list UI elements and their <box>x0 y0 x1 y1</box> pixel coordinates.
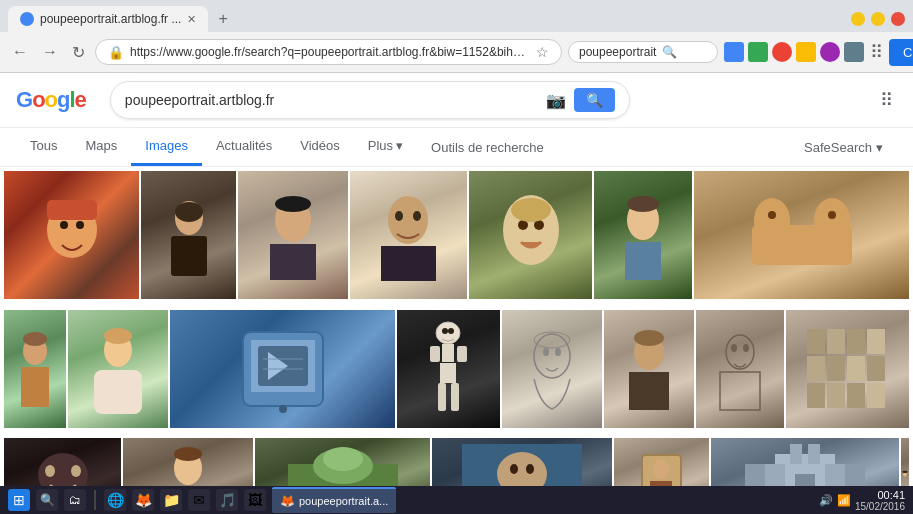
new-tab-button[interactable]: + <box>212 8 233 30</box>
portrait-1-svg <box>32 195 112 275</box>
tab-tous[interactable]: Tous <box>16 128 71 166</box>
active-app-indicator[interactable]: 🦊 poupeeportrait.a... <box>272 487 396 513</box>
tab-actualites[interactable]: Actualités <box>202 128 286 166</box>
start-button[interactable]: ⊞ <box>8 489 30 511</box>
image-cell[interactable] <box>594 171 692 299</box>
search-taskbar-button[interactable]: 🔍 <box>36 489 58 511</box>
back-button[interactable]: ← <box>8 39 32 65</box>
taskbar-sys-tray: 🔊 📶 00:41 15/02/2016 <box>819 489 905 512</box>
firefox-button[interactable]: 🦊 <box>132 489 154 511</box>
image-cell[interactable] <box>4 171 139 299</box>
maximize-button[interactable] <box>871 12 885 26</box>
image-cell[interactable] <box>397 310 500 428</box>
image-cell[interactable] <box>141 171 236 299</box>
bookmark-icon[interactable]: ☆ <box>536 44 549 60</box>
media-button[interactable]: 🎵 <box>216 489 238 511</box>
svg-point-52 <box>634 330 664 346</box>
photo-icon: 🖼 <box>248 492 262 508</box>
mail-icon: ✉ <box>193 492 205 508</box>
task-view-icon: 🗂 <box>69 493 81 507</box>
nav-tabs: Tous Maps Images Actualités Vidéos Plus … <box>0 128 913 167</box>
image-cell[interactable] <box>786 310 909 428</box>
omni-search[interactable]: poupeeportrait 🔍 <box>568 41 718 63</box>
speaker-icon[interactable]: 🔊 <box>819 494 833 507</box>
svg-point-77 <box>323 447 363 471</box>
taskbar-divider <box>94 490 96 510</box>
logo-o2: o <box>45 87 57 112</box>
image-cell[interactable] <box>694 171 909 299</box>
image-cell[interactable] <box>350 171 467 299</box>
search-box[interactable]: 📷 🔍 <box>110 81 630 119</box>
svg-rect-60 <box>867 329 885 354</box>
taskbar-start: ⊞ 🔍 🗂 🌐 🦊 📁 ✉ 🎵 🖼 🦊 poupeeportra <box>8 487 396 513</box>
close-button[interactable] <box>891 12 905 26</box>
svg-rect-57 <box>807 329 825 354</box>
image-cell[interactable] <box>238 171 348 299</box>
taskbar: ⊞ 🔍 🗂 🌐 🦊 📁 ✉ 🎵 🖼 🦊 poupeeportra <box>0 486 913 514</box>
svg-point-23 <box>814 198 850 242</box>
safe-search[interactable]: SafeSearch ▾ <box>790 130 897 165</box>
svg-point-25 <box>828 211 836 219</box>
windows-icon: ⊞ <box>13 492 25 508</box>
tab-images[interactable]: Images <box>131 128 202 166</box>
image-cell[interactable] <box>469 171 592 299</box>
mail-button[interactable]: ✉ <box>188 489 210 511</box>
apps-grid-button[interactable]: ⠿ <box>876 85 897 115</box>
tab-videos[interactable]: Vidéos <box>286 128 354 166</box>
ext-icon-2[interactable] <box>748 42 768 62</box>
tab-plus[interactable]: Plus ▾ <box>354 128 417 166</box>
tab-favicon <box>20 12 34 26</box>
svg-point-47 <box>543 348 549 356</box>
tab-title: poupeeportrait.artblog.fr ... <box>40 12 181 26</box>
apps-button[interactable]: ⠿ <box>870 41 883 63</box>
folder-button[interactable]: 📁 <box>160 489 182 511</box>
tab-maps[interactable]: Maps <box>71 128 131 166</box>
camera-search-button[interactable]: 📷 <box>546 91 566 110</box>
ext-icon-6[interactable] <box>844 42 864 62</box>
search-submit-button[interactable]: 🔍 <box>574 88 615 112</box>
active-app-icon: 🦊 <box>280 494 295 508</box>
search-input[interactable] <box>125 92 538 108</box>
svg-point-6 <box>175 202 203 222</box>
svg-rect-64 <box>867 356 885 381</box>
image-cell[interactable] <box>696 310 784 428</box>
folder-icon: 📁 <box>163 492 180 508</box>
svg-rect-38 <box>442 344 454 362</box>
svg-rect-58 <box>827 329 845 354</box>
ext-icon-1[interactable] <box>724 42 744 62</box>
image-cell[interactable] <box>604 310 694 428</box>
tab-close-btn[interactable]: ✕ <box>187 13 196 26</box>
image-cell[interactable] <box>170 310 395 428</box>
ext-icon-3[interactable] <box>772 42 792 62</box>
active-tab[interactable]: poupeeportrait.artblog.fr ... ✕ <box>8 6 208 32</box>
url-text: https://www.google.fr/search?q=poupeepor… <box>130 45 530 59</box>
portrait-10-svg <box>619 324 679 414</box>
portrait-8-svg <box>15 329 55 409</box>
clock: 00:41 15/02/2016 <box>855 489 905 512</box>
svg-point-24 <box>768 211 776 219</box>
image-cell[interactable] <box>502 310 602 428</box>
ext-icon-5[interactable] <box>820 42 840 62</box>
tab-outils[interactable]: Outils de recherche <box>417 130 558 165</box>
portrait-3-svg <box>258 190 328 280</box>
task-view-button[interactable]: 🗂 <box>64 489 86 511</box>
image-grid <box>0 167 913 514</box>
network-icon[interactable]: 📶 <box>837 494 851 507</box>
svg-rect-39 <box>430 346 440 362</box>
svg-rect-51 <box>629 372 669 410</box>
svg-point-36 <box>279 405 287 413</box>
ie-icon: 🌐 <box>107 492 124 508</box>
image-cell[interactable] <box>68 310 168 428</box>
refresh-button[interactable]: ↻ <box>68 39 89 66</box>
ie-button[interactable]: 🌐 <box>104 489 126 511</box>
connexion-button[interactable]: Connexion <box>889 39 913 66</box>
photo-button[interactable]: 🖼 <box>244 489 266 511</box>
forward-button[interactable]: → <box>38 39 62 65</box>
svg-point-1 <box>60 221 68 229</box>
minimize-button[interactable] <box>851 12 865 26</box>
ext-icon-4[interactable] <box>796 42 816 62</box>
image-cell[interactable] <box>4 310 66 428</box>
omni-search-icon: 🔍 <box>662 45 677 59</box>
logo-g: G <box>16 87 32 112</box>
svg-rect-40 <box>457 346 467 362</box>
